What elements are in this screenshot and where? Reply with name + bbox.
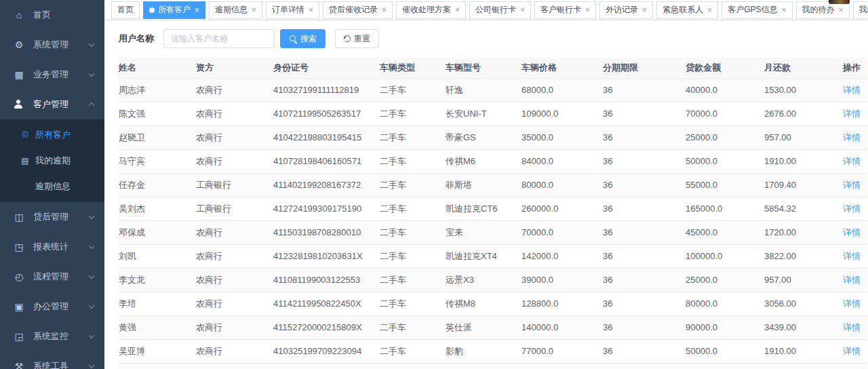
table-cell: 马守宾 [119,149,196,173]
detail-link[interactable]: 详情 [843,85,861,95]
sidebar-item-business-mgmt[interactable]: ▦业务管理 [0,60,104,90]
table-cell: 957.00 [764,268,843,292]
table-row: 李文龙农商行411081199003122553二手车远景X339000.036… [119,268,867,292]
tab-close-icon[interactable]: × [781,6,786,14]
table-cell-action: 详情 [843,315,867,339]
sidebar-item-home[interactable]: ⌂首页 [0,0,104,30]
tab-close-icon[interactable]: × [382,6,387,14]
tab-0[interactable]: 首页 [111,1,140,19]
table-cell: 工商银行 [196,173,273,197]
detail-link[interactable]: 详情 [843,132,861,142]
tab-label: 客户银行卡 [540,4,581,16]
table-cell-action: 详情 [843,339,867,363]
table-cell: 41142119950822450X [273,292,380,315]
detail-link[interactable]: 详情 [843,203,861,214]
tab-10[interactable]: 客户GPS信息× [722,1,792,19]
tab-6[interactable]: 公司银行卡× [469,1,531,19]
table-cell: 68000.0 [521,78,603,102]
chevron-down-icon [89,363,94,368]
tab-close-icon[interactable]: × [520,6,525,14]
sidebar-item-report-stats[interactable]: ◳报表统计 [0,232,104,262]
sidebar-item-office-mgmt[interactable]: ▣办公管理 [0,292,104,322]
table-row: 周志洋农商行410327199111112819二手车轩逸68000.03640… [119,78,867,102]
detail-link[interactable]: 详情 [843,322,861,332]
detail-link[interactable]: 详情 [843,346,861,356]
table-row: 吴刘杰工商银行412724199309175190二手车凯迪拉克CT626000… [119,197,867,220]
sidebar-item-my-overdue[interactable]: ▤我的逾期 [0,148,104,174]
tab-close-icon[interactable]: × [455,6,460,14]
sidebar-item-label: 首页 [33,9,51,21]
table-cell: 二手车 [380,292,446,315]
table-cell: 50000.0 [686,339,764,363]
table-row: 黄强农商行41152720000215809X二手车英仕派140000.0369… [119,315,867,339]
tab-close-icon[interactable]: × [309,6,313,14]
table-cell: 农商行 [196,220,273,244]
table-row: 赵晓卫农商行410422198803195415二手车帝豪GS35000.036… [119,125,867,149]
detail-link[interactable]: 详情 [843,298,861,309]
detail-link[interactable]: 详情 [843,156,861,166]
table-cell: 二手车 [380,197,446,220]
tab-12[interactable]: 我的流程× [853,1,868,19]
table-cell: 二手车 [380,220,446,244]
tab-8[interactable]: 外访记录× [599,1,653,19]
tab-1[interactable]: 所有客户× [143,1,205,19]
detail-link[interactable]: 详情 [843,275,861,285]
table-cell: 3056.00 [764,292,843,315]
column-header: 身份证号 [273,58,380,78]
chevron-up-icon [89,102,94,108]
detail-link[interactable]: 详情 [843,227,861,237]
sidebar-item-overdue-info[interactable]: 逾期信息 [0,174,104,199]
table-cell: 二手车 [380,78,446,102]
table-cell-action: 详情 [843,78,867,102]
table-cell: 农商行 [196,78,273,102]
detail-link[interactable]: 详情 [843,109,861,119]
sidebar-item-label: 业务管理 [33,69,68,81]
tab-9[interactable]: 紧急联系人× [656,1,718,19]
table-cell: 70000.0 [521,220,603,244]
tab-label: 外访记录 [606,4,638,16]
table-cell-action: 详情 [843,363,867,369]
table-cell: 100000.0 [686,244,764,268]
tab-close-icon[interactable]: × [839,6,844,14]
sidebar-item-customer-mgmt[interactable]: 客户管理 [0,90,104,119]
sidebar-item-post-loan-mgmt[interactable]: ◫贷后管理 [0,202,104,232]
tab-5[interactable]: 催收处理方案× [396,1,466,19]
tab-4[interactable]: 贷后催收记录× [323,1,393,19]
table-row: 邓保成农商行411503198708280010二手车宝来70000.03645… [119,220,867,244]
tab-close-icon[interactable]: × [642,6,647,14]
table-cell: 45000.0 [686,220,764,244]
customer-name-input[interactable] [163,29,275,48]
table-cell: 1910.00 [764,339,843,363]
tab-2[interactable]: 逾期信息× [209,1,262,19]
tab-7[interactable]: 客户银行卡× [534,1,596,19]
table-cell: 80000.0 [686,292,764,315]
table-cell: 任存金 [119,173,196,197]
table-cell: 二手车 [380,149,446,173]
search-button[interactable]: 搜索 [280,29,326,48]
sidebar-item-system-tools[interactable]: ⚒系统工具 [0,351,104,369]
column-header: 资方 [196,58,273,78]
table-cell: 农商行 [196,149,273,173]
avatar-image[interactable] [829,0,850,4]
reset-button[interactable]: 重置 [335,29,379,48]
tab-close-icon[interactable]: × [585,6,590,14]
sidebar-item-system-mgmt[interactable]: ⚙系统管理 [0,30,104,60]
tab-close-icon[interactable]: × [707,6,712,14]
tab-close-icon[interactable]: × [195,6,199,14]
detail-link[interactable]: 详情 [843,251,861,261]
sidebar-item-all-customers[interactable]: ©所有客户 [0,122,104,148]
sidebar-item-process-mgmt[interactable]: ◴流程管理 [0,262,104,292]
tab-3[interactable]: 订单详情× [266,1,319,19]
table-cell: 36 [603,220,686,244]
table-cell: 36 [603,78,686,102]
table-cell: 二手车 [380,363,446,369]
chevron-down-icon [89,303,94,309]
table-cell: 二手车 [380,244,446,268]
table-cell [764,363,843,369]
table-cell: 轩逸 [446,78,521,102]
tab-close-icon[interactable]: × [252,6,256,14]
detail-link[interactable]: 详情 [843,180,861,190]
sidebar-item-system-monitor[interactable]: ◲系统监控 [0,322,104,351]
column-header: 车辆价格 [521,58,603,78]
search-form: 用户名称 搜索 重置 [119,29,868,48]
